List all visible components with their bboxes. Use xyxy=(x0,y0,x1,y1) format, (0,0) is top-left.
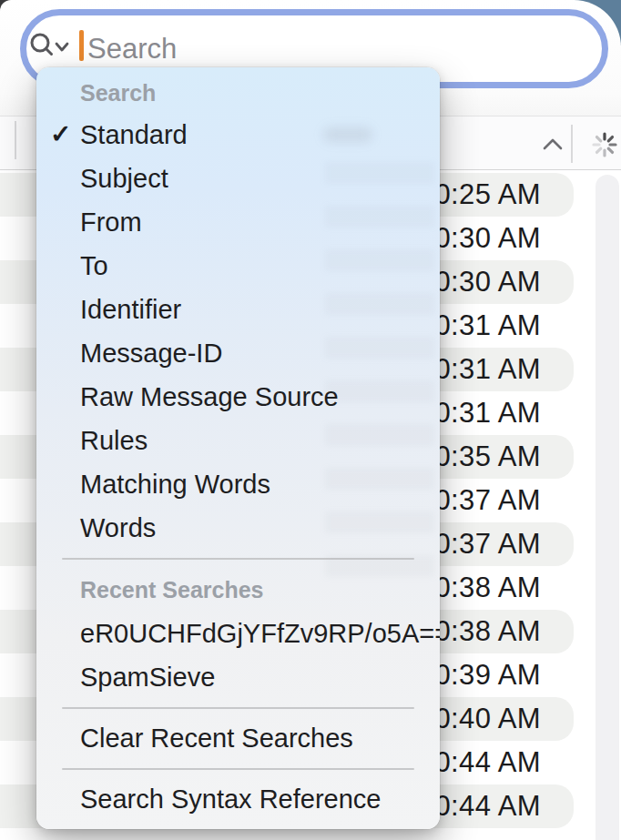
row-time: 0:30 AM xyxy=(434,217,541,260)
menu-item-label: To xyxy=(80,251,108,281)
menu-item-label: Message-ID xyxy=(80,339,222,369)
row-time: 0:37 AM xyxy=(434,479,541,522)
row-time: 0:30 AM xyxy=(434,260,541,304)
progress-spinner-icon xyxy=(591,131,618,158)
menu-separator xyxy=(36,699,440,716)
checkmark-icon: ✓ xyxy=(50,113,71,157)
menu-item-label: Raw Message Source xyxy=(80,382,339,412)
menu-item-er0uchfdgjyffzv9rp-o5a[interactable]: eR0UCHFdGjYFfZv9RP/o5A== xyxy=(36,612,440,655)
column-divider xyxy=(571,125,573,163)
menu-item-label: SpamSieve xyxy=(80,663,215,693)
menu-item-label: Identifier xyxy=(80,295,181,325)
menu-item-words[interactable]: Words xyxy=(36,506,440,550)
menu-item-standard[interactable]: ✓Standard xyxy=(36,113,440,157)
row-time: 0:40 AM xyxy=(434,697,541,741)
row-time: 0:44 AM xyxy=(434,784,541,828)
menu-items: Search✓StandardSubjectFromToIdentifierMe… xyxy=(36,73,440,821)
row-time: 0:38 AM xyxy=(434,566,541,610)
menu-item-label: Search Syntax Reference xyxy=(80,784,381,815)
text-caret xyxy=(79,30,84,61)
menu-item-label: Standard xyxy=(80,120,188,150)
row-time: 0:31 AM xyxy=(434,391,541,435)
menu-item-rules[interactable]: Rules xyxy=(36,419,440,462)
row-time: 0:25 AM xyxy=(434,173,541,217)
menu-item-label: Clear Recent Searches xyxy=(80,724,353,754)
column-divider xyxy=(15,121,16,159)
menu-item-clear-recent-searches[interactable]: Clear Recent Searches xyxy=(36,716,440,760)
menu-item-label: Words xyxy=(80,513,156,543)
scrollbar-thumb[interactable] xyxy=(596,175,619,840)
row-time: 0:39 AM xyxy=(434,653,541,697)
menu-item-search-syntax-reference[interactable]: Search Syntax Reference xyxy=(36,777,440,821)
menu-item-label: Subject xyxy=(80,164,168,194)
menu-section-header-search: Search xyxy=(36,73,440,113)
menu-item-matching-words[interactable]: Matching Words xyxy=(36,462,440,506)
menu-item-subject[interactable]: Subject xyxy=(36,157,440,200)
menu-item-to[interactable]: To xyxy=(36,244,440,288)
row-time: 0:31 AM xyxy=(434,348,541,391)
chevron-down-icon xyxy=(56,44,67,50)
menu-item-label: Matching Words xyxy=(80,470,270,500)
menu-item-message-id[interactable]: Message-ID xyxy=(36,331,440,375)
menu-item-label: Rules xyxy=(80,426,148,456)
menu-item-spamsieve[interactable]: SpamSieve xyxy=(36,655,440,699)
sort-ascending-chevron-icon[interactable] xyxy=(542,136,564,152)
row-time: 0:44 AM xyxy=(434,741,541,784)
row-time: 0:35 AM xyxy=(434,435,541,479)
search-scope-menu: Search✓StandardSubjectFromToIdentifierMe… xyxy=(36,67,440,829)
row-time: 0:37 AM xyxy=(434,522,541,566)
menu-item-label: eR0UCHFdGjYFfZv9RP/o5A== xyxy=(80,619,440,649)
menu-separator xyxy=(36,760,440,777)
row-time: 0:31 AM xyxy=(434,304,541,348)
row-time: 0:38 AM xyxy=(434,610,541,653)
menu-item-identifier[interactable]: Identifier xyxy=(36,288,440,331)
menu-separator xyxy=(36,550,440,568)
menu-item-raw-message-source[interactable]: Raw Message Source xyxy=(36,375,440,419)
menu-item-label: From xyxy=(80,207,142,238)
search-icon[interactable] xyxy=(30,33,74,60)
menu-section-header-recent-searches: Recent Searches xyxy=(36,568,440,612)
menu-item-from[interactable]: From xyxy=(36,200,440,244)
